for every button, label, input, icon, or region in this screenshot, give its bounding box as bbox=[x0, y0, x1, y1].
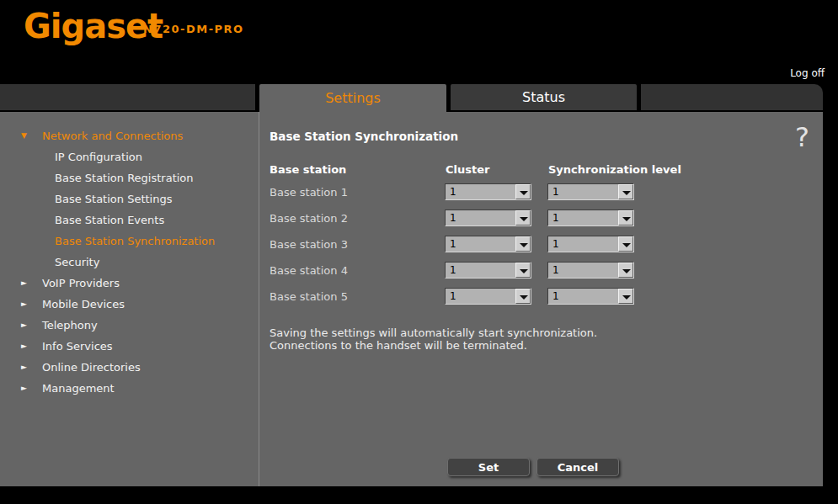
chevron-right-icon[interactable]: ► bbox=[21, 363, 27, 371]
sidebar-item-label: Online Directories bbox=[42, 361, 141, 374]
dropdown-arrow-icon bbox=[520, 295, 528, 300]
sidebar-item-label: Base Station Settings bbox=[55, 193, 172, 205]
cluster-select-1[interactable]: 1 bbox=[445, 183, 531, 200]
sidebar-divider bbox=[259, 112, 259, 486]
cancel-button[interactable]: Cancel bbox=[536, 458, 619, 476]
dropdown-arrow-icon bbox=[520, 269, 528, 273]
dropdown-arrow-icon bbox=[520, 243, 528, 247]
cluster-value-4: 1 bbox=[450, 264, 456, 276]
chevron-right-icon[interactable]: ► bbox=[21, 342, 27, 350]
sidebar-item-label: Telephony bbox=[42, 319, 98, 332]
page-title: Base Station Synchronization bbox=[270, 130, 458, 143]
col-header-sync-level: Synchronization level bbox=[548, 163, 681, 176]
chevron-down-icon[interactable]: ▼ bbox=[21, 131, 27, 140]
sync-level-value-3: 1 bbox=[552, 238, 559, 250]
sidebar-item-label: IP Configuration bbox=[55, 151, 142, 163]
sync-level-value-2: 1 bbox=[552, 212, 559, 224]
sync-level-value-5: 1 bbox=[552, 290, 559, 302]
row-label-base-station-2: Base station 2 bbox=[270, 212, 348, 225]
sidebar-item-label: Security bbox=[55, 256, 99, 268]
chevron-right-icon[interactable]: ► bbox=[21, 300, 27, 308]
dropdown-button[interactable] bbox=[618, 263, 633, 278]
sidebar-item-base-station-registration[interactable]: Base Station Registration bbox=[0, 172, 253, 188]
sidebar-item-base-station-events[interactable]: Base Station Events bbox=[0, 214, 253, 231]
cluster-value-2: 1 bbox=[450, 212, 456, 224]
sidebar-item-label: Base Station Registration bbox=[55, 172, 194, 184]
sidebar-item-label: Management bbox=[42, 382, 115, 395]
chevron-right-icon[interactable]: ► bbox=[21, 321, 27, 329]
dropdown-button[interactable] bbox=[618, 184, 633, 199]
tab-settings[interactable]: Settings bbox=[259, 84, 446, 112]
row-label-base-station-3: Base station 3 bbox=[270, 238, 348, 251]
col-header-base-station: Base station bbox=[270, 163, 346, 176]
sidebar-item-voip-providers[interactable]: ► VoIP Providers bbox=[0, 277, 253, 294]
help-icon[interactable]: ? bbox=[795, 121, 809, 153]
model-label: N720-DM-PRO bbox=[143, 23, 244, 35]
sidebar-item-label: Mobile Devices bbox=[42, 298, 125, 310]
col-header-cluster: Cluster bbox=[446, 163, 489, 176]
chevron-right-icon[interactable]: ► bbox=[21, 279, 27, 287]
dropdown-button[interactable] bbox=[515, 236, 531, 252]
sync-level-value-4: 1 bbox=[552, 264, 559, 276]
cluster-value-5: 1 bbox=[450, 290, 456, 302]
app-window: Gigaset N720-DM-PRO Log off Settings Sta… bbox=[0, 0, 838, 504]
note-line-2: Connections to the handset will be termi… bbox=[270, 339, 527, 352]
sync-level-select-2[interactable]: 1 bbox=[547, 210, 634, 226]
sidebar-item-telephony[interactable]: ► Telephony bbox=[0, 319, 253, 336]
sidebar-item-label: Base Station Events bbox=[55, 214, 164, 226]
dropdown-button[interactable] bbox=[618, 210, 633, 225]
tab-status[interactable]: Status bbox=[451, 84, 637, 110]
sidebar-item-label: VoIP Providers bbox=[42, 277, 120, 289]
sidebar-item-label: Network and Connections bbox=[42, 130, 183, 142]
row-label-base-station-1: Base station 1 bbox=[270, 186, 348, 199]
gigaset-logo: Gigaset bbox=[24, 7, 163, 45]
dropdown-arrow-icon bbox=[520, 191, 528, 195]
cluster-select-3[interactable]: 1 bbox=[445, 236, 531, 252]
sync-level-select-5[interactable]: 1 bbox=[547, 288, 634, 305]
tab-band-left bbox=[0, 84, 255, 110]
sidebar-item-label: Base Station Synchronization bbox=[55, 235, 215, 247]
sidebar-item-management[interactable]: ► Management bbox=[0, 382, 253, 399]
sidebar-item-label: Info Services bbox=[42, 340, 113, 353]
row-label-base-station-4: Base station 4 bbox=[270, 264, 348, 277]
dropdown-button[interactable] bbox=[515, 184, 531, 199]
cluster-value-3: 1 bbox=[450, 238, 456, 250]
note-line-1: Saving the settings will automatically s… bbox=[270, 326, 597, 339]
sidebar-item-network-and-connections[interactable]: ▼ Network and Connections bbox=[0, 130, 253, 146]
dropdown-arrow-icon bbox=[622, 243, 631, 247]
dropdown-arrow-icon bbox=[520, 217, 528, 221]
sync-level-select-1[interactable]: 1 bbox=[547, 183, 634, 200]
chevron-right-icon[interactable]: ► bbox=[21, 384, 27, 392]
sync-level-select-4[interactable]: 1 bbox=[547, 262, 634, 279]
cluster-select-2[interactable]: 1 bbox=[445, 210, 531, 226]
sidebar-item-base-station-settings[interactable]: Base Station Settings bbox=[0, 193, 253, 210]
row-label-base-station-5: Base station 5 bbox=[270, 290, 348, 303]
dropdown-button[interactable] bbox=[515, 210, 531, 225]
sync-level-select-3[interactable]: 1 bbox=[547, 236, 634, 252]
dropdown-arrow-icon bbox=[622, 269, 631, 273]
cluster-select-5[interactable]: 1 bbox=[445, 288, 531, 305]
tab-band-right bbox=[641, 84, 823, 110]
dropdown-arrow-icon bbox=[622, 295, 631, 300]
set-button[interactable]: Set bbox=[447, 458, 530, 476]
dropdown-button[interactable] bbox=[618, 236, 633, 252]
dropdown-button[interactable] bbox=[618, 289, 633, 304]
dropdown-arrow-icon bbox=[622, 191, 631, 195]
dropdown-arrow-icon bbox=[622, 217, 631, 221]
dropdown-button[interactable] bbox=[515, 289, 531, 304]
sidebar-item-security[interactable]: Security bbox=[0, 256, 253, 273]
sync-level-value-1: 1 bbox=[552, 186, 559, 198]
sidebar-item-base-station-synchronization[interactable]: Base Station Synchronization bbox=[0, 235, 253, 252]
sidebar-item-online-directories[interactable]: ► Online Directories bbox=[0, 361, 253, 378]
sidebar-item-info-services[interactable]: ► Info Services bbox=[0, 340, 253, 357]
sidebar-item-ip-configuration[interactable]: IP Configuration bbox=[0, 151, 253, 167]
cluster-select-4[interactable]: 1 bbox=[445, 262, 531, 279]
cluster-value-1: 1 bbox=[450, 186, 456, 198]
logoff-link[interactable]: Log off bbox=[790, 67, 825, 79]
dropdown-button[interactable] bbox=[515, 263, 531, 278]
sidebar-item-mobile-devices[interactable]: ► Mobile Devices bbox=[0, 298, 253, 315]
